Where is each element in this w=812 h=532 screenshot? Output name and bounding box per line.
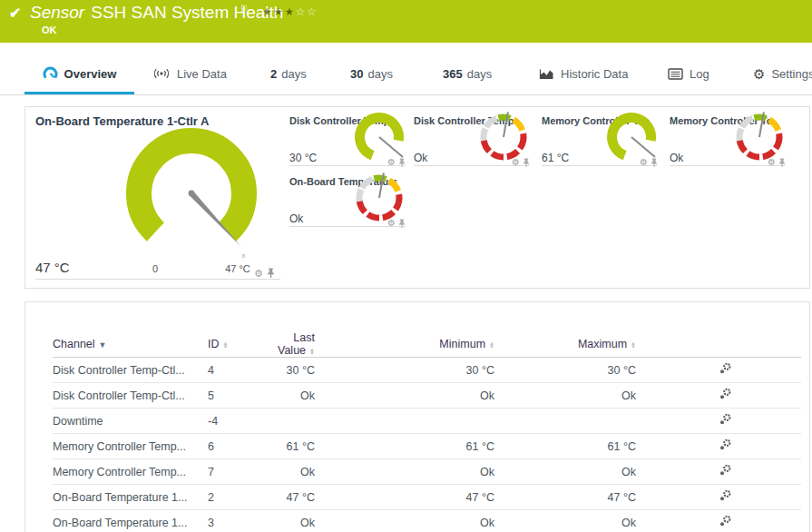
channel-maximum: Ok <box>507 510 649 532</box>
column-header-id[interactable]: ID▲▼ <box>208 331 264 358</box>
gauge-settings-gear-icon[interactable]: ⚙ <box>254 269 263 279</box>
column-label: Maximum <box>578 338 627 350</box>
gauge-tile[interactable]: Memory Controller Te...Ok⚙ <box>670 114 786 165</box>
channel-minimum: Ok <box>328 459 507 485</box>
tab-30-days[interactable]: 30days <box>350 64 393 83</box>
column-header-last-value[interactable]: Last Value▲▼ <box>264 331 328 358</box>
table-row[interactable]: Disk Controller Temp-Ctl...5OkOkOk <box>53 383 801 409</box>
channel-maximum: 61 °C <box>507 434 649 459</box>
channel-minimum: Ok <box>328 383 507 409</box>
table-row[interactable]: On-Board Temperature 1...247 °C47 °C47 °… <box>53 485 801 510</box>
tab-label: Overview <box>64 67 117 81</box>
tab-historic-data[interactable]: Historic Data <box>539 64 628 83</box>
star-filled-icon[interactable]: ★ <box>262 5 273 18</box>
gauge-settings-gear-icon[interactable]: ⚙ <box>768 158 776 167</box>
live-icon <box>152 67 171 80</box>
gauge-tile[interactable]: Memory Controller Te...61 °C⚙ <box>542 114 658 165</box>
gauge-tile[interactable]: Disk Controller Temp-...Ok⚙ <box>414 114 530 165</box>
sort-icon[interactable]: ▲▼ <box>309 348 315 355</box>
sort-desc-icon[interactable]: ▼ <box>99 340 107 350</box>
sort-icon[interactable]: ▲▼ <box>489 341 494 349</box>
pin-icon[interactable] <box>523 154 530 171</box>
column-header-maximum[interactable]: Maximum▲▼ <box>507 331 649 358</box>
channel-settings-cell[interactable] <box>649 485 801 510</box>
tab-log[interactable]: Log <box>668 64 709 83</box>
channel-settings-cell[interactable] <box>649 383 801 409</box>
channel-settings-cell[interactable] <box>649 434 801 459</box>
star-filled-icon[interactable]: ★ <box>273 5 284 18</box>
channel-settings-cell[interactable] <box>649 510 801 532</box>
sort-icon[interactable]: ▲▼ <box>223 341 229 349</box>
table-row[interactable]: Memory Controller Temp...7OkOkOk <box>53 459 801 485</box>
tile-gauge-value: Ok <box>414 152 427 164</box>
gauge-tile[interactable]: On-Board Temperature...Ok⚙ <box>289 175 406 226</box>
channel-settings-icon[interactable] <box>719 388 732 400</box>
channels-table: Channel▼ID▲▼Last Value▲▼Minimum▲▼Maximum… <box>53 331 801 532</box>
tab-2-days[interactable]: 2days <box>270 64 307 83</box>
status-check-icon: ✔ <box>9 5 21 22</box>
star-filled-icon[interactable]: ★ <box>285 5 296 18</box>
gauge-settings-gear-icon[interactable]: ⚙ <box>387 219 396 228</box>
pin-icon[interactable] <box>398 215 406 232</box>
channels-panel: Channel▼ID▲▼Last Value▲▼Minimum▲▼Maximum… <box>24 301 810 532</box>
channel-id: 2 <box>208 485 264 510</box>
channel-minimum: 61 °C <box>328 434 507 459</box>
star-empty-icon[interactable]: ☆ <box>307 5 318 18</box>
gauge-icon <box>43 66 58 81</box>
channel-name[interactable]: Disk Controller Temp-Ctl... <box>53 358 208 383</box>
channel-name[interactable]: On-Board Temperature 1... <box>53 510 208 532</box>
channel-settings-icon[interactable] <box>719 464 732 477</box>
sort-icon[interactable]: ▲▼ <box>631 341 636 349</box>
channel-name[interactable]: Disk Controller Temp-Ctl... <box>53 383 208 409</box>
table-row[interactable]: On-Board Temperature 1...3OkOkOk <box>53 510 801 532</box>
pin-icon[interactable] <box>651 154 658 171</box>
chart-icon <box>539 68 554 80</box>
table-row[interactable]: Memory Controller Temp...661 °C61 °C61 °… <box>53 434 801 459</box>
log-icon <box>668 68 683 80</box>
channel-settings-icon[interactable] <box>719 362 732 375</box>
column-label: Minimum <box>439 338 485 350</box>
channel-settings-cell[interactable] <box>649 358 801 383</box>
gauge-settings-gear-icon[interactable]: ⚙ <box>640 158 648 167</box>
tab-label: Settings <box>771 67 812 81</box>
star-empty-icon[interactable]: ☆ <box>296 5 307 18</box>
channel-maximum: 30 °C <box>507 358 649 383</box>
tile-gauge-value: Ok <box>289 212 303 225</box>
gauge-tile[interactable]: Disk Controller Temp-...30 °C⚙ <box>289 114 406 165</box>
tab-365-days[interactable]: 365days <box>443 64 492 83</box>
channel-name[interactable]: Downtime <box>53 409 208 434</box>
channel-id: 7 <box>208 459 264 485</box>
main-gauge[interactable]: x <box>112 123 284 281</box>
channel-settings-icon[interactable] <box>719 489 732 502</box>
tab-label: Historic Data <box>561 67 628 81</box>
channel-last-value: Ok <box>264 459 328 485</box>
channel-last-value: 30 °C <box>264 358 328 383</box>
channel-settings-icon[interactable] <box>719 515 732 527</box>
channel-id: 3 <box>208 510 264 532</box>
channel-last-value <box>264 409 328 434</box>
tile-gauge-value: 61 °C <box>542 152 569 164</box>
gauge-settings-gear-icon[interactable]: ⚙ <box>512 158 520 167</box>
channel-name[interactable]: Memory Controller Temp... <box>53 459 208 485</box>
tab-live-data[interactable]: Live Data <box>152 64 227 83</box>
channel-settings-cell[interactable] <box>649 459 801 485</box>
flag-icon[interactable]: ⚐ <box>240 3 249 15</box>
table-row[interactable]: Downtime-4 <box>53 409 801 434</box>
gear-icon: ⚙ <box>753 67 765 81</box>
pin-icon[interactable] <box>398 154 406 171</box>
channel-settings-icon[interactable] <box>719 438 732 451</box>
column-header-channel[interactable]: Channel▼ <box>53 331 208 358</box>
gauge-settings-gear-icon[interactable]: ⚙ <box>387 158 396 167</box>
column-header-minimum[interactable]: Minimum▲▼ <box>328 331 507 358</box>
channel-settings-icon[interactable] <box>719 413 732 426</box>
channel-maximum <box>507 409 649 434</box>
channel-name[interactable]: Memory Controller Temp... <box>53 434 208 459</box>
channel-maximum: 47 °C <box>507 485 649 510</box>
pin-icon[interactable] <box>778 154 786 171</box>
tab-settings[interactable]: ⚙Settings <box>753 64 812 83</box>
tab-overview[interactable]: Overview <box>24 64 134 83</box>
channel-settings-cell[interactable] <box>649 409 801 434</box>
channel-name[interactable]: On-Board Temperature 1... <box>53 485 208 510</box>
table-row[interactable]: Disk Controller Temp-Ctl...430 °C30 °C30… <box>53 358 801 383</box>
priority-stars[interactable]: ★★★☆☆ <box>262 5 318 18</box>
